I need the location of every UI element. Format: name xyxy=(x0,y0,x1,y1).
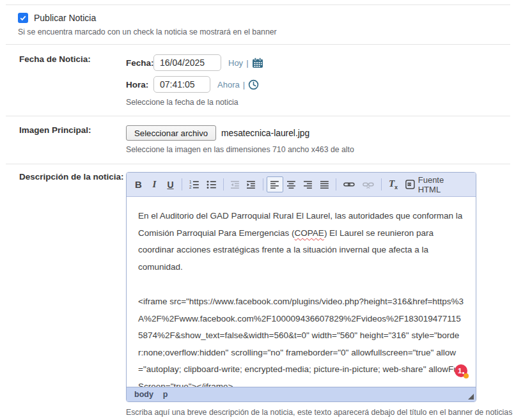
align-right-button[interactable] xyxy=(300,176,317,192)
description-help-text: Escriba aquí una breve descripción de la… xyxy=(126,408,516,417)
align-justify-button[interactable] xyxy=(317,176,333,192)
calendar-icon[interactable] xyxy=(252,58,263,68)
editor-resize-handle[interactable] xyxy=(468,394,474,400)
hora-input[interactable] xyxy=(153,76,210,93)
hora-label: Hora: xyxy=(126,80,153,89)
align-justify-icon xyxy=(320,180,329,189)
fecha-label: Fecha: xyxy=(126,58,153,68)
toolbar-separator xyxy=(182,178,182,191)
publish-checkbox[interactable] xyxy=(18,13,28,23)
path-element-p[interactable]: p xyxy=(163,390,168,399)
unlink-icon xyxy=(363,180,374,189)
date-section: Fecha de Noticia: Fecha: Hoy | xyxy=(0,45,516,116)
align-right-icon xyxy=(304,180,313,189)
bold-button[interactable]: B xyxy=(130,176,146,192)
numbered-list-icon: 1 2 xyxy=(189,180,199,189)
increase-indent-button[interactable] xyxy=(243,176,260,192)
remove-format-button[interactable]: Tx xyxy=(385,176,402,192)
date-section-label: Fecha de Noticia: xyxy=(0,54,126,107)
publish-help-text: Si se encuentra marcado con un check la … xyxy=(18,27,516,36)
image-section-label: Imagen Principal: xyxy=(0,125,126,154)
description-section: Descripción de la noticia: B I U 1 2 xyxy=(0,164,516,420)
toolbar-separator xyxy=(336,178,336,191)
source-button[interactable]: Fuente HTML xyxy=(402,176,472,192)
separator-pipe: | xyxy=(246,58,248,68)
editor-toolbar: B I U 1 2 xyxy=(127,173,476,197)
toolbar-separator xyxy=(263,178,263,191)
toolbar-separator xyxy=(223,178,224,191)
bulleted-list-button[interactable] xyxy=(203,176,220,192)
separator-pipe: | xyxy=(243,80,245,89)
ahora-link[interactable]: Ahora xyxy=(217,80,240,89)
svg-text:2: 2 xyxy=(189,184,192,189)
badge-count: 1 xyxy=(458,362,462,380)
publish-label: Publicar Noticia xyxy=(34,13,96,23)
svg-text:1: 1 xyxy=(189,180,192,184)
rich-text-editor: B I U 1 2 xyxy=(126,172,476,402)
link-icon xyxy=(343,180,355,189)
italic-button[interactable]: I xyxy=(146,176,162,192)
bulleted-list-icon xyxy=(207,180,216,189)
grammar-checker-badge[interactable]: 1 xyxy=(455,364,467,377)
editor-path-bar: body p xyxy=(127,387,476,401)
decrease-indent-icon xyxy=(231,180,240,189)
numbered-list-button[interactable]: 1 2 xyxy=(185,176,203,192)
align-center-icon xyxy=(287,180,296,189)
align-left-icon xyxy=(270,180,279,189)
increase-indent-icon xyxy=(247,180,256,189)
editor-paragraph: En el Auditorio del GAD Parroquial Rural… xyxy=(138,208,464,276)
align-center-button[interactable] xyxy=(283,176,300,192)
date-help-text: Seleccione la fecha de la noticia xyxy=(126,98,516,107)
clock-icon[interactable] xyxy=(248,79,259,90)
link-button[interactable] xyxy=(340,176,359,192)
selected-filename: mesatecnica-laurel.jpg xyxy=(221,128,309,138)
underline-button[interactable]: U xyxy=(162,176,178,192)
align-left-button[interactable] xyxy=(267,176,283,192)
check-icon xyxy=(19,14,27,22)
image-section: Imagen Principal: Seleccionar archivo me… xyxy=(0,116,516,164)
editor-content[interactable]: En el Auditorio del GAD Parroquial Rural… xyxy=(127,197,476,387)
description-section-label: Descripción de la noticia: xyxy=(0,172,126,420)
news-form-page: Publicar Noticia Si se encuentra marcado… xyxy=(0,0,516,420)
unlink-button[interactable] xyxy=(359,176,378,192)
source-icon xyxy=(405,180,415,189)
misspelled-word: COPAE xyxy=(295,228,324,238)
image-help-text: Seleccione la imagen en las dimensiones … xyxy=(126,145,516,154)
publish-section: Publicar Noticia Si se encuentra marcado… xyxy=(0,5,516,44)
editor-embed-code: <iframe src="https://www.facebook.com/pl… xyxy=(138,293,464,387)
hoy-link[interactable]: Hoy xyxy=(228,58,243,68)
source-button-label: Fuente HTML xyxy=(418,175,468,194)
toolbar-separator xyxy=(381,178,382,191)
path-element-body[interactable]: body xyxy=(134,390,153,399)
badge-orange-dot xyxy=(464,373,469,378)
decrease-indent-button[interactable] xyxy=(227,176,244,192)
select-file-button[interactable]: Seleccionar archivo xyxy=(126,125,216,141)
fecha-input[interactable] xyxy=(153,54,221,71)
